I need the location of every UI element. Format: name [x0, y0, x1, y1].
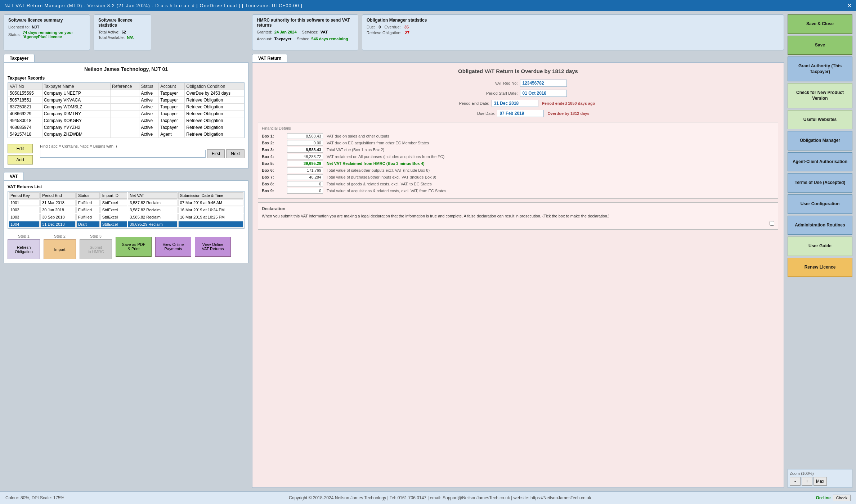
view-returns-button[interactable]: View OnlineVAT Returns	[195, 237, 231, 257]
step3-group: Step 3 Submitto HMRC	[80, 234, 112, 259]
edit-button[interactable]: Edit	[8, 144, 33, 153]
vat-row[interactable]: 100431 Dec 2018DraftStdExcel39,695.29 Re…	[9, 221, 243, 228]
first-button[interactable]: First	[207, 149, 225, 158]
financial-row: Box 8:0Total value of goods & related co…	[262, 181, 774, 187]
taxpayer-table-container[interactable]: VAT NoTaxpayer NameReferenceStatusAccoun…	[8, 82, 245, 138]
step1-group: Step 1 RefreshObligation	[8, 234, 40, 259]
hmrc-authority-box: HMRC authority for this software to send…	[252, 14, 358, 50]
declaration-checkbox-input[interactable]	[770, 221, 774, 226]
taxpayer-col-obligation-condition: Obligation Condition	[185, 83, 244, 90]
taxpayer-row[interactable]: 494580018Company XOKGBYActiveTaxpayerRet…	[8, 117, 244, 124]
fin-label: Box 3:	[262, 148, 287, 152]
taxpayer-row[interactable]: 5050155595Company UNEETPActiveTaxpayerOv…	[8, 90, 244, 97]
vat-reg-row: VAT Reg No: 123456782	[470, 80, 567, 87]
find-input[interactable]	[40, 150, 206, 158]
next-button[interactable]: Next	[226, 149, 245, 158]
check-product-version-button[interactable]: Check for New Product Version	[788, 83, 852, 108]
taxpayer-row[interactable]: 837250821Company WDMSLZActiveTaxpayerRet…	[8, 104, 244, 111]
vat-reg-label: VAT Reg No:	[470, 81, 520, 85]
edit-add-area: Edit Add	[8, 144, 33, 165]
total-available-value: N/A	[127, 35, 134, 40]
add-button[interactable]: Add	[8, 155, 33, 165]
licence-summary-title: Software licence summary	[8, 18, 85, 23]
vat-table-container[interactable]: Period KeyPeriod EndStatusImport IDNet V…	[8, 191, 245, 229]
taxpayer-row[interactable]: 123456782Neilson James TechnologyNJT 01A…	[8, 138, 244, 139]
taxpayer-row[interactable]: 408669229Company X9MTNYActiveTaxpayerRet…	[8, 111, 244, 117]
refresh-obligation-button[interactable]: RefreshObligation	[8, 239, 40, 259]
check-button[interactable]: Check	[833, 495, 851, 501]
declaration-text: When you submit this VAT information you…	[262, 213, 774, 219]
retrieve-value: 27	[405, 31, 409, 35]
vat-row[interactable]: 100330 Sep 2018FulfilledStdExcel3,585.82…	[9, 214, 243, 220]
grant-authority-button[interactable]: Grant Authority (This Taxpayer)	[788, 57, 852, 81]
fin-label: Box 4:	[262, 154, 287, 159]
vat-col-period-end: Period End	[40, 192, 76, 199]
financial-row: Box 6:171,769Total value of sales/other …	[262, 167, 774, 173]
vat-returns-title: VAT Returns List	[8, 184, 245, 189]
obligation-manager-button[interactable]: Obligation Manager	[788, 131, 852, 150]
zoom-max-button[interactable]: Max	[814, 477, 827, 486]
renew-licence-button[interactable]: Renew Licence	[788, 258, 852, 277]
fin-desc: VAT reclaimed on All purchases (includes…	[327, 154, 444, 159]
vat-return-panel: Obligated VAT Return is Overdue by 1812 …	[252, 62, 784, 488]
taxpayer-col-status: Status	[139, 83, 159, 90]
user-config-button[interactable]: User Configuration	[788, 194, 852, 214]
vat-header-row: Period KeyPeriod EndStatusImport IDNet V…	[9, 192, 243, 199]
fin-desc: Total value of purchases/other inputs ex…	[327, 175, 436, 179]
zoom-area: Zoom (100%) - + Max	[788, 469, 852, 488]
useful-websites-button[interactable]: Useful Websites	[788, 110, 852, 130]
save-close-button[interactable]: Save & Close	[788, 14, 852, 34]
window-close-button[interactable]: ✕	[847, 2, 852, 9]
vat-col-submission-date---time: Submission Date & Time	[178, 192, 243, 199]
agent-client-button[interactable]: Agent-Client Authorisation	[788, 152, 852, 172]
submit-hmrc-button[interactable]: Submitto HMRC	[80, 239, 112, 259]
center-panel: HMRC authority for this software to send…	[252, 14, 784, 488]
declaration-checkbox-area	[262, 221, 774, 226]
fin-value: 8,588.43	[287, 133, 323, 139]
fin-label: Box 8:	[262, 182, 287, 186]
due-date-value: 07 Feb 2019	[497, 110, 544, 117]
zoom-minus-button[interactable]: -	[790, 477, 801, 486]
admin-routines-button[interactable]: Administration Routines	[788, 216, 852, 235]
taxpayer-row[interactable]: 505718551Company VKVACAActiveTaxpayerRet…	[8, 97, 244, 104]
vat-col-net-vat: Net VAT	[128, 192, 177, 199]
taxpayer-col-account: Account	[159, 83, 185, 90]
vat-tab[interactable]: VAT	[4, 172, 24, 180]
view-payments-button[interactable]: View OnlinePayments	[155, 237, 191, 257]
user-guide-button[interactable]: User Guide	[788, 237, 852, 256]
financial-row: Box 3:8,588.43Total VAT due (Box 1 plus …	[262, 147, 774, 153]
find-label: Find ( abc = Contains. >abc = Begins wit…	[40, 144, 245, 148]
vat-section: VAT VAT Returns List Period KeyPeriod En…	[4, 172, 248, 488]
save-button[interactable]: Save	[788, 36, 852, 55]
taxpayer-title: Neilson James Technology, NJT 01	[8, 66, 245, 72]
fin-label: Box 9:	[262, 189, 287, 193]
financial-row: Box 4:48,283.72VAT reclaimed on All purc…	[262, 154, 774, 159]
fin-desc: Total VAT due (Box 1 plus Box 2)	[327, 148, 384, 152]
status-label: Status:	[8, 32, 21, 37]
period-start-label: Period Start Date:	[470, 91, 520, 95]
fin-value: 8,588.43	[287, 147, 323, 153]
overdue-value: 35	[404, 25, 409, 29]
taxpayer-row[interactable]: 549157418Company ZHZWBMActiveAgentRetrie…	[8, 131, 244, 138]
licence-summary-box: Software licence summary Licensed to: NJ…	[4, 14, 90, 50]
vat-col-import-id: Import ID	[100, 192, 127, 199]
import-button[interactable]: Import	[44, 239, 76, 259]
title-bar-text: NJT VAT Return Manager (MTD) - Version 8…	[4, 3, 302, 8]
terms-button[interactable]: Terms of Use (Accepted)	[788, 173, 852, 193]
vat-return-tab[interactable]: VAT Return	[252, 54, 287, 62]
vat-row[interactable]: 100230 Jun 2018FulfilledStdExcel3,587.82…	[9, 207, 243, 213]
period-ended-note: Period ended 1850 days ago	[542, 101, 595, 105]
licensed-to-value: NJT	[32, 25, 39, 29]
fin-value: 39,695.29	[287, 161, 323, 166]
vat-tbody: 100131 Mar 2018FulfilledStdExcel3,587.82…	[9, 199, 243, 228]
declaration-title: Declaration	[262, 206, 774, 211]
sidebar-buttons-container: Save & CloseSaveGrant Authority (This Ta…	[788, 14, 852, 467]
taxpayer-row[interactable]: 468685974Company YVYZH2ActiveTaxpayerRet…	[8, 124, 244, 131]
taxpayer-tab[interactable]: Taxpayer	[4, 54, 35, 62]
save-pdf-button[interactable]: Save as PDF& Print	[116, 237, 152, 257]
zoom-plus-button[interactable]: +	[802, 477, 812, 486]
vat-row[interactable]: 100131 Mar 2018FulfilledStdExcel3,587.82…	[9, 199, 243, 206]
fin-label: Box 6:	[262, 168, 287, 172]
fin-label: Box 2:	[262, 141, 287, 145]
period-start-row: Period Start Date: 01 Oct 2018	[470, 90, 567, 97]
